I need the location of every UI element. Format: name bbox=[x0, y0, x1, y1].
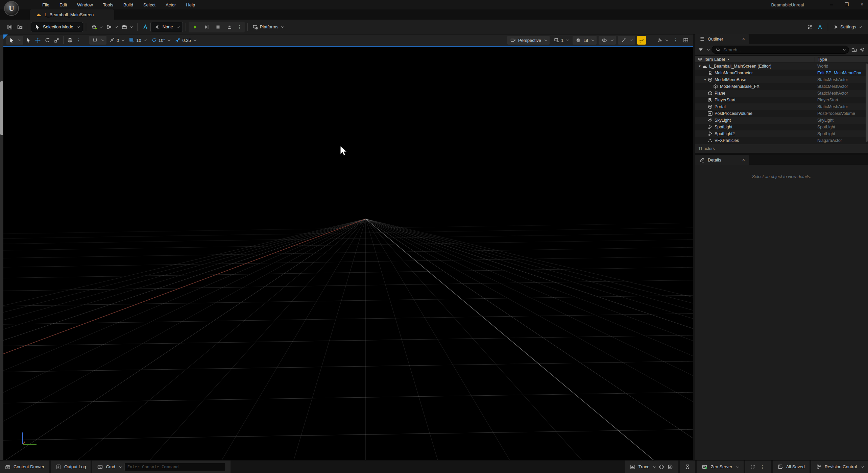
settings-dropdown[interactable]: Settings bbox=[831, 22, 863, 32]
derived-data-icon[interactable] bbox=[750, 464, 756, 470]
content-browser-button[interactable] bbox=[15, 22, 25, 32]
menu-tools[interactable]: Tools bbox=[99, 0, 118, 9]
sync-button[interactable] bbox=[805, 22, 815, 32]
cmd-dropdown[interactable]: Cmd bbox=[106, 464, 115, 469]
filter-icon[interactable] bbox=[698, 47, 704, 53]
surface-snap-dropdown[interactable]: 0 bbox=[107, 35, 126, 45]
tab-outliner[interactable]: Outliner × bbox=[695, 34, 749, 44]
chevron-down-icon[interactable] bbox=[707, 48, 710, 50]
restore-button[interactable]: ❐ bbox=[840, 0, 853, 9]
outliner-settings-icon[interactable] bbox=[859, 47, 865, 53]
close-icon[interactable]: × bbox=[738, 157, 745, 163]
content-drawer-button[interactable]: Content Drawer bbox=[0, 460, 49, 473]
revision-control-dropdown[interactable]: Revision Control bbox=[811, 460, 868, 473]
outliner-row[interactable]: PortalStaticMeshActor bbox=[695, 103, 868, 110]
level-viewport[interactable] bbox=[3, 47, 693, 460]
minimize-button[interactable]: – bbox=[825, 0, 838, 9]
beamable-button[interactable] bbox=[140, 22, 150, 32]
blueprints-button[interactable] bbox=[104, 22, 119, 32]
viewport-options-button[interactable]: ⋮ bbox=[672, 38, 679, 43]
expander-open-icon[interactable]: ▼ bbox=[698, 65, 702, 68]
chevron-down-icon bbox=[130, 25, 132, 28]
outliner-row[interactable]: SpotLight2SpotLight bbox=[695, 130, 868, 137]
outliner-row[interactable]: SkyLightSkyLight bbox=[695, 117, 868, 124]
level-tab-label: L_Beamball_MainScreen bbox=[45, 12, 94, 17]
outliner-row[interactable]: PostProcessVolumePostProcessVolume bbox=[695, 110, 868, 117]
trace-dropdown[interactable]: Trace bbox=[625, 460, 678, 473]
wand-dropdown[interactable] bbox=[618, 36, 635, 45]
world-coordinate-button[interactable] bbox=[66, 36, 74, 45]
outliner-row[interactable]: MainMenuCharacterEdit BP_MainMenuCha bbox=[695, 70, 868, 76]
expander-open-icon[interactable]: ▼ bbox=[703, 78, 707, 81]
screen-percentage-dropdown[interactable]: 1 bbox=[552, 35, 571, 45]
show-flags-dropdown[interactable] bbox=[599, 36, 616, 45]
edit-blueprint-link[interactable]: Edit BP_MainMenuCha bbox=[817, 71, 866, 75]
outliner-row[interactable]: ▼L_Beamball_MainScreen (Editor)World bbox=[695, 63, 868, 70]
outliner-row[interactable]: PlayerStartPlayerStart bbox=[695, 97, 868, 103]
cinematics-button[interactable] bbox=[119, 22, 135, 32]
scale-tool-button[interactable] bbox=[52, 36, 61, 45]
outliner-row[interactable]: PlaneStaticMeshActor bbox=[695, 90, 868, 97]
menu-help[interactable]: Help bbox=[182, 0, 199, 9]
grid-snap-dropdown[interactable]: 10 bbox=[127, 35, 148, 45]
column-type[interactable]: Type bbox=[815, 57, 868, 62]
outliner-tab-label: Outliner bbox=[708, 36, 723, 42]
platforms-dropdown[interactable]: Platforms bbox=[250, 22, 286, 32]
beamable-portal-button[interactable] bbox=[815, 22, 825, 32]
output-log-button[interactable]: Output Log bbox=[51, 460, 91, 473]
rotate-tool-button[interactable] bbox=[43, 36, 52, 45]
menu-select[interactable]: Select bbox=[139, 0, 160, 9]
menu-window[interactable]: Window bbox=[73, 0, 97, 9]
background-tasks-button[interactable] bbox=[680, 460, 695, 473]
viewport-left-scrollbar[interactable] bbox=[0, 34, 3, 460]
close-icon[interactable]: × bbox=[738, 36, 745, 42]
outliner-row[interactable]: SpotLightSpotLight bbox=[695, 124, 868, 130]
save-status-button[interactable]: All Saved bbox=[773, 460, 810, 473]
snap-rotation-mode-dropdown[interactable] bbox=[89, 36, 106, 45]
perspective-dropdown[interactable]: Perspective bbox=[507, 36, 550, 45]
stop-button[interactable] bbox=[213, 23, 223, 31]
rotation-snap-dropdown[interactable]: 10° bbox=[149, 35, 172, 45]
transform-options-button[interactable]: ⋮ bbox=[75, 38, 82, 43]
outliner-scrollbar[interactable] bbox=[866, 64, 868, 142]
close-button[interactable]: × bbox=[855, 0, 868, 9]
menu-file[interactable]: File bbox=[38, 0, 54, 9]
profiler-snapshot-icon[interactable] bbox=[667, 464, 673, 470]
eject-button[interactable] bbox=[224, 23, 235, 31]
chevron-down-icon[interactable] bbox=[119, 465, 122, 468]
menu-build[interactable]: Build bbox=[119, 0, 138, 9]
scrollbar-handle[interactable] bbox=[0, 81, 3, 135]
beamable-icon bbox=[817, 24, 823, 30]
create-folder-icon[interactable] bbox=[851, 47, 857, 53]
save-button[interactable] bbox=[5, 22, 15, 32]
outliner-row[interactable]: ModelMenuBase_FXStaticMeshActor bbox=[695, 83, 868, 90]
add-actor-button[interactable] bbox=[89, 22, 104, 32]
console-command-input[interactable]: Enter Console Command bbox=[124, 463, 226, 471]
menu-actor[interactable]: Actor bbox=[161, 0, 180, 9]
select-tool-button[interactable] bbox=[24, 36, 33, 45]
move-tool-button[interactable] bbox=[33, 36, 42, 45]
selection-mode-dropdown[interactable]: Selection Mode bbox=[31, 22, 83, 32]
beamable-target-dropdown[interactable]: None bbox=[150, 22, 183, 32]
viewport-mode-dropdown[interactable] bbox=[6, 36, 23, 45]
level-tab[interactable]: L_Beamball_MainScreen bbox=[30, 9, 114, 20]
viewport-settings-dropdown[interactable] bbox=[655, 35, 670, 45]
unreal-engine-logo[interactable]: U bbox=[4, 1, 19, 16]
outliner-row[interactable]: VFXParticlesNiagaraActor bbox=[695, 137, 868, 144]
search-input[interactable]: Search... bbox=[712, 46, 849, 54]
play-button[interactable] bbox=[190, 23, 200, 31]
menu-edit[interactable]: Edit bbox=[55, 0, 71, 9]
realtime-toggle-button[interactable] bbox=[637, 36, 646, 45]
tab-details[interactable]: Details × bbox=[695, 155, 749, 165]
scale-snap-dropdown[interactable]: 0.25 bbox=[173, 35, 198, 45]
frame-skip-button[interactable] bbox=[201, 23, 212, 31]
outliner-row[interactable]: ▼ModelMenuBaseStaticMeshActor bbox=[695, 76, 868, 83]
profiler-record-icon[interactable] bbox=[658, 464, 665, 470]
zen-server-dropdown[interactable]: Zen Server bbox=[697, 460, 743, 473]
derived-data-options-button[interactable]: ⋮ bbox=[759, 464, 766, 470]
chevron-down-icon[interactable] bbox=[843, 48, 846, 50]
column-item-label[interactable]: Item Label ▲ bbox=[695, 56, 815, 62]
view-mode-dropdown[interactable]: Lit bbox=[573, 36, 597, 45]
play-options-button[interactable]: ⋮ bbox=[236, 24, 243, 30]
quad-view-button[interactable] bbox=[681, 36, 690, 45]
